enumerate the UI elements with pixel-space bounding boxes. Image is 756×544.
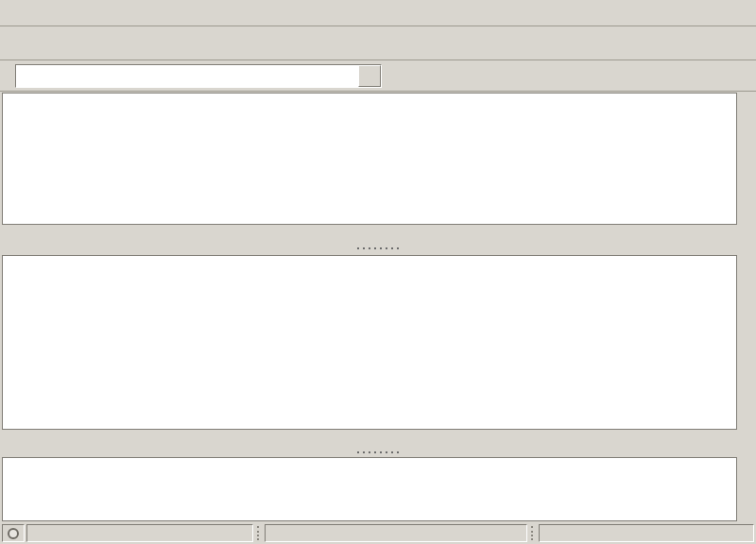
filter-combobox[interactable] bbox=[15, 64, 382, 88]
filter-input[interactable] bbox=[17, 66, 359, 86]
status-field-info bbox=[26, 524, 253, 542]
main-toolbar bbox=[0, 26, 756, 60]
menu-bar bbox=[0, 0, 756, 26]
packet-list-header bbox=[3, 94, 736, 114]
status-profile bbox=[539, 524, 754, 542]
packet-details-pane[interactable] bbox=[2, 255, 737, 430]
packet-list-pane bbox=[2, 93, 737, 225]
details-splitter[interactable] bbox=[0, 447, 756, 457]
status-bar bbox=[0, 522, 756, 544]
packet-list-splitter[interactable] bbox=[0, 242, 756, 255]
status-packet-counts bbox=[265, 524, 527, 542]
splitter-grip-icon bbox=[357, 247, 399, 249]
hex-dump-pane[interactable] bbox=[2, 457, 737, 521]
statusbar-divider bbox=[257, 526, 263, 540]
filter-toolbar bbox=[0, 60, 756, 92]
packet-list-body[interactable] bbox=[3, 114, 736, 224]
expert-info-icon bbox=[8, 528, 19, 539]
statusbar-divider bbox=[531, 526, 537, 540]
wireshark-window bbox=[0, 0, 756, 544]
filter-dropdown-button[interactable] bbox=[358, 65, 381, 87]
expert-info-button[interactable] bbox=[2, 524, 25, 542]
splitter-grip-icon bbox=[357, 451, 399, 453]
